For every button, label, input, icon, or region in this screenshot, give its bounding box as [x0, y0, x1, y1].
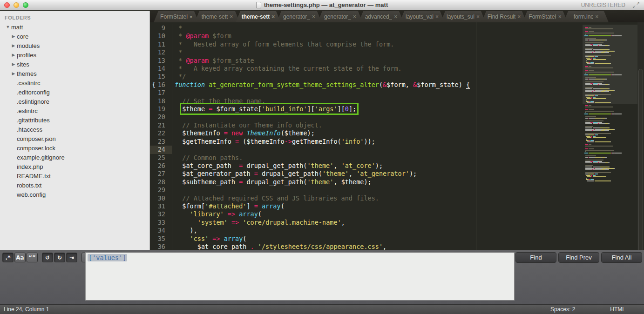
code-line[interactable]: 12 *	[150, 48, 644, 56]
code-line[interactable]: 19 $theme = $form_state['build_info']['a…	[150, 105, 644, 113]
tab-close-icon[interactable]: ×	[558, 14, 562, 19]
in-selection-toggle[interactable]: ↻	[54, 253, 65, 262]
code-line[interactable]: 14 * A keyed array containing the curren…	[150, 65, 644, 73]
sidebar-file-item[interactable]: .htaccess	[0, 125, 149, 134]
code-line[interactable]: 18 // Set the theme name.	[150, 97, 644, 105]
disclosure-closed-icon[interactable]: ▶	[10, 53, 17, 57]
tab-theme-sett[interactable]: theme-sett×	[195, 11, 240, 22]
code-line[interactable]: 22 $themeInfo = new ThemeInfo($theme);	[150, 129, 644, 137]
code-line[interactable]: 20	[150, 113, 644, 121]
sidebar-folder-item[interactable]: ▶sites	[0, 60, 149, 69]
code-line[interactable]: 10 * @param $form	[150, 32, 644, 40]
code-line[interactable]: 9 *	[150, 24, 644, 32]
minimap[interactable]	[584, 26, 637, 182]
tab-generator-[interactable]: generator_×	[277, 11, 322, 22]
tab-formstatei[interactable]: FormStateI●	[154, 11, 199, 22]
sidebar-file-item[interactable]: .csslintrc	[0, 78, 149, 87]
code-line[interactable]: 32 'library' => array(	[150, 210, 644, 218]
tab-close-icon[interactable]: ×	[353, 14, 356, 19]
code-line[interactable]: 24	[150, 146, 644, 154]
tab-close-icon[interactable]: ×	[394, 14, 397, 19]
tab-layouts-sul[interactable]: layouts_sul×	[441, 11, 486, 22]
code-line[interactable]: 28 $subtheme_path = drupal_get_path('the…	[150, 178, 644, 186]
vertical-scrollbar[interactable]	[637, 22, 644, 250]
find-input[interactable]: ['values']	[85, 252, 515, 301]
scrollbar-thumb[interactable]	[638, 69, 643, 250]
sidebar-file-item[interactable]: index.php	[0, 162, 149, 171]
sidebar-folder-item[interactable]: ▶profiles	[0, 50, 149, 60]
sidebar-file-item[interactable]: .editorconfig	[0, 87, 149, 97]
code-line[interactable]: 26 $at_core_path = drupal_get_path('them…	[150, 162, 644, 170]
zoom-window-button[interactable]	[23, 2, 28, 8]
tab-close-icon[interactable]: ×	[271, 14, 275, 19]
code-line[interactable]: 36 $at_core_path . '/stylesheets/css/app…	[150, 243, 644, 250]
wholeword-toggle[interactable]: “”	[27, 253, 38, 262]
find-button[interactable]: Find	[515, 252, 556, 263]
sidebar-file-item[interactable]: composer.lock	[0, 143, 149, 153]
code-line[interactable]: 33 'system' => 'core/drupal.machine-name…	[150, 219, 644, 227]
code-line[interactable]: 30 // Attached required CSS and JS libra…	[150, 194, 644, 202]
code-line[interactable]: 34 ),	[150, 227, 644, 234]
wrap-toggle[interactable]: ↺	[42, 253, 53, 262]
tab-close-icon[interactable]: ×	[435, 14, 439, 19]
tab-close-icon[interactable]: ×	[476, 14, 480, 19]
disclosure-open-icon[interactable]: ▼	[5, 25, 11, 29]
disclosure-closed-icon[interactable]: ▶	[10, 34, 17, 39]
minimap-line	[584, 141, 637, 142]
sidebar-file-item[interactable]: .gitattributes	[0, 115, 149, 125]
sidebar-folder-item[interactable]: ▶themes	[0, 69, 149, 78]
disclosure-closed-icon[interactable]: ▶	[10, 71, 17, 76]
tab-close-icon[interactable]: ×	[595, 14, 598, 19]
sidebar-file-item[interactable]: .eslintignore	[0, 97, 149, 106]
tab-theme-sett[interactable]: theme-sett×	[236, 11, 281, 22]
code-line[interactable]: 25 // Common paths.	[150, 154, 644, 162]
sidebar-file-item[interactable]: README.txt	[0, 171, 149, 180]
tab-find-result[interactable]: Find Result×	[481, 11, 527, 22]
sidebar-item-root[interactable]: ▼ matt	[0, 22, 149, 32]
fullscreen-icon[interactable]: ↗↙	[632, 1, 640, 9]
find-all-button[interactable]: Find All	[601, 252, 642, 263]
code-line[interactable]: 35 'css' => array(	[150, 235, 644, 243]
code-line[interactable]: 23 $getThemeInfo = ($themeInfo->getTheme…	[150, 138, 644, 146]
sidebar-folder-item[interactable]: ▶core	[0, 32, 149, 41]
code-line[interactable]: 15 */	[150, 73, 644, 80]
indent-setting[interactable]: Spaces: 2	[550, 306, 575, 313]
code-line[interactable]: 31 $form['#attached'] = array(	[150, 202, 644, 210]
fold-marker-icon[interactable]: {	[152, 81, 156, 89]
sidebar-file-item[interactable]: example.gitignore	[0, 153, 149, 162]
tab-form-inc[interactable]: form.inc×	[563, 11, 609, 22]
tab-advanced-[interactable]: advanced_×	[359, 11, 404, 22]
find-prev-button[interactable]: Find Prev	[558, 252, 599, 263]
code-line[interactable]: 16{function at_generator_form_system_the…	[150, 81, 644, 89]
tab-close-icon[interactable]: ×	[517, 14, 521, 19]
close-window-button[interactable]	[4, 2, 10, 8]
tab-close-icon[interactable]: ×	[230, 14, 233, 19]
code-line-text	[172, 146, 175, 154]
regex-toggle[interactable]: .*	[2, 253, 14, 262]
code-line[interactable]: 27 $at_generator_path = drupal_get_path(…	[150, 170, 644, 178]
sidebar-file-item[interactable]: composer.json	[0, 134, 149, 143]
case-toggle[interactable]: Aa	[14, 253, 26, 262]
tab-layouts-val[interactable]: layouts_val×	[400, 11, 445, 22]
tab-formstatei[interactable]: FormStateI×	[522, 11, 568, 22]
sidebar-file-item[interactable]: .eslintrc	[0, 106, 149, 115]
code-area[interactable]: 9 *10 * @param $form11 * Nested array of…	[150, 22, 644, 250]
code-line[interactable]: 11 * Nested array of form elements that …	[150, 40, 644, 48]
sidebar-file-item[interactable]: robots.txt	[0, 180, 149, 190]
sidebar-file-item[interactable]: web.config	[0, 190, 149, 199]
code-line[interactable]: 17	[150, 89, 644, 97]
minimap-line	[584, 126, 637, 127]
sidebar-folder-item[interactable]: ▶modules	[0, 41, 149, 50]
syntax-setting[interactable]: HTML	[610, 306, 625, 313]
highlight-toggle[interactable]: ⇥	[66, 253, 77, 262]
tab-generator-[interactable]: generator_×	[318, 11, 363, 22]
disclosure-closed-icon[interactable]: ▶	[10, 62, 17, 67]
minimap-line	[584, 147, 637, 148]
code-line[interactable]: 21 // Instantiate our Theme info object.	[150, 121, 644, 129]
tab-close-icon[interactable]: ×	[312, 14, 315, 19]
minimize-window-button[interactable]	[14, 2, 19, 8]
code-line[interactable]: 13 * @param $form_state	[150, 57, 644, 65]
minimap-line	[584, 140, 637, 141]
disclosure-closed-icon[interactable]: ▶	[10, 43, 17, 48]
code-line[interactable]: 29	[150, 186, 644, 194]
